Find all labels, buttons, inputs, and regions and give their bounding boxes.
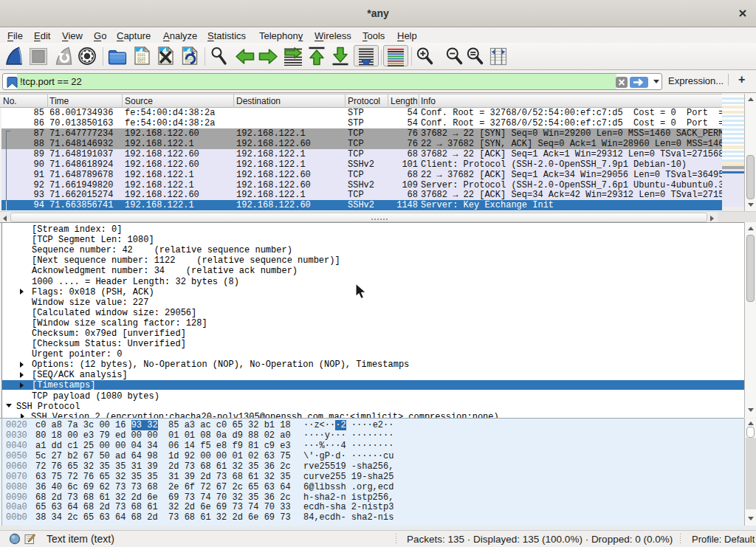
svg-text:0011: 0011 [137, 60, 145, 63]
